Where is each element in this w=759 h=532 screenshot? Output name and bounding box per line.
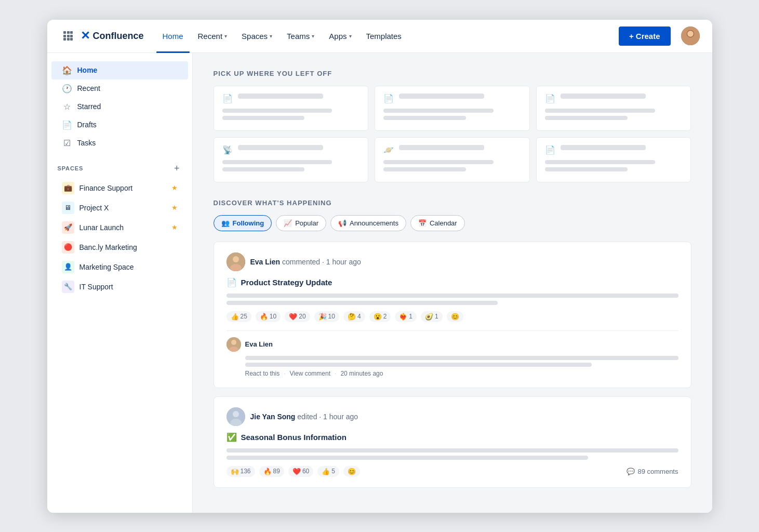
recent-card[interactable]: 📄 (536, 137, 691, 182)
space-item-marketing[interactable]: 👤 Marketing Space (51, 257, 188, 277)
sidebar-item-drafts[interactable]: 📄 Drafts (51, 116, 188, 134)
svg-rect-7 (67, 38, 70, 41)
space-icon-bancly: 🔴 (62, 241, 74, 254)
nav-recent[interactable]: Recent ▾ (192, 28, 234, 45)
page-check-icon: ✅ (227, 432, 237, 442)
space-item-lunar[interactable]: 🚀 Lunar Launch ★ (51, 218, 188, 237)
activity-header-1: Eva Lien commented · 1 hour ago (227, 252, 678, 271)
add-space-button[interactable]: + (172, 163, 182, 174)
reaction-thinking[interactable]: 🤔 4 (343, 311, 365, 322)
reaction-avocado[interactable]: 🥑 1 (421, 311, 443, 322)
svg-rect-6 (63, 38, 66, 41)
commenter-avatar-eva (227, 337, 241, 352)
reaction-fire-2[interactable]: 🔥 89 (259, 466, 284, 477)
discover-title: DISCOVER WHAT'S HAPPENING (214, 199, 691, 207)
tasks-icon: ☑ (62, 138, 72, 148)
grid-icon[interactable] (60, 28, 76, 44)
chevron-icon: ▾ (312, 33, 314, 39)
star-filled-icon: ★ (171, 204, 178, 211)
page-link-product-strategy[interactable]: 📄 Product Strategy Update (227, 277, 678, 287)
logo-text: Confluence (93, 31, 144, 42)
sidebar-item-tasks[interactable]: ☑ Tasks (51, 134, 188, 152)
activity-header-2: Jie Yan Song edited · 1 hour ago (227, 407, 678, 426)
add-reaction-button-2[interactable]: 😊 (343, 466, 360, 477)
space-icon-finance: 💼 (62, 182, 74, 194)
tab-popular[interactable]: 📈 Popular (276, 215, 326, 231)
pickup-title: PICK UP WHERE YOU LEFT OFF (214, 70, 691, 77)
star-filled-icon: ★ (171, 184, 178, 192)
comments-count[interactable]: 💬 89 comments (627, 468, 678, 475)
home-icon: 🏠 (62, 65, 72, 75)
page-doc-icon: 📄 (227, 277, 237, 287)
tab-calendar[interactable]: 📅 Calendar (410, 215, 465, 231)
recent-card[interactable]: 📡 (214, 137, 369, 182)
sidebar-item-home[interactable]: 🏠 Home (51, 61, 188, 79)
svg-point-20 (233, 411, 239, 417)
space-item-it[interactable]: 🔧 IT Support (51, 277, 188, 297)
reaction-heart-2[interactable]: ❤️ 60 (288, 466, 313, 477)
reaction-clap[interactable]: 🙌 136 (227, 466, 255, 477)
activity-footer-2: 🙌 136 🔥 89 ❤️ 60 (227, 466, 678, 477)
view-comment-link[interactable]: View comment (290, 370, 330, 377)
page-link-seasonal-bonus[interactable]: ✅ Seasonal Bonus Information (227, 432, 678, 442)
comment-header: Eva Lien (227, 337, 678, 352)
sidebar-item-starred[interactable]: ☆ Starred (51, 98, 188, 116)
logo-icon: ✕ (81, 29, 90, 43)
add-reaction-button[interactable]: 😊 (447, 311, 463, 322)
reaction-astonished[interactable]: 😮 2 (369, 311, 391, 322)
recent-card[interactable]: 📄 (536, 86, 691, 131)
sidebar-item-recent[interactable]: 🕐 Recent (51, 79, 188, 98)
activity-meta-2: Jie Yan Song edited · 1 hour ago (250, 413, 358, 421)
planet-icon: 🪐 (383, 145, 394, 155)
activity-card-2: Jie Yan Song edited · 1 hour ago ✅ Seaso… (214, 396, 691, 488)
space-icon-marketing: 👤 (62, 261, 74, 273)
clock-icon: 🕐 (62, 84, 72, 94)
tab-announcements[interactable]: 📢 Announcements (330, 215, 406, 231)
svg-rect-5 (70, 35, 73, 37)
reaction-fire[interactable]: 🔥 10 (256, 311, 281, 322)
user-avatar[interactable] (681, 26, 700, 45)
doc-icon: 📄 (545, 145, 555, 155)
calendar-icon: 📅 (418, 219, 427, 227)
avatar-image (681, 26, 700, 45)
comment-body (227, 356, 678, 367)
recent-cards-grid: 📄 📄 (214, 86, 691, 182)
recent-card[interactable]: 📄 (214, 86, 369, 131)
recent-card[interactable]: 🪐 (375, 137, 530, 182)
svg-point-17 (231, 340, 236, 345)
nav-spaces[interactable]: Spaces ▾ (235, 28, 278, 45)
reaction-heartfire[interactable]: ❤️‍🔥 1 (395, 311, 417, 322)
space-item-bancly[interactable]: 🔴 Banc.ly Marketing (51, 237, 188, 257)
activity-card-1: Eva Lien commented · 1 hour ago 📄 Produc… (214, 242, 691, 388)
top-nav: ✕ Confluence Home Recent ▾ Spaces ▾ Team… (47, 20, 712, 53)
chevron-icon: ▾ (349, 33, 352, 39)
spaces-section-header: Spaces + (47, 163, 192, 174)
activity-meta-1: Eva Lien commented · 1 hour ago (250, 258, 361, 266)
space-item-projectx[interactable]: 🖥 Project X ★ (51, 198, 188, 218)
comment-actions: React to this · View comment · 20 minute… (227, 370, 678, 377)
comment-section: Eva Lien React to this · View comment · … (227, 330, 678, 377)
doc-icon: 📄 (545, 94, 555, 103)
doc-icon: 📄 (383, 94, 394, 103)
logo[interactable]: ✕ Confluence (81, 29, 144, 43)
main-content: PICK UP WHERE YOU LEFT OFF 📄 (193, 53, 712, 513)
app-window: ✕ Confluence Home Recent ▾ Spaces ▾ Team… (47, 20, 712, 513)
nav-home[interactable]: Home (156, 28, 190, 45)
announcements-icon: 📢 (338, 219, 347, 227)
recent-card[interactable]: 📄 (375, 86, 530, 131)
discover-tabs: 👥 Following 📈 Popular 📢 Announcements 📅 … (214, 215, 691, 231)
react-to-this-link[interactable]: React to this (245, 370, 280, 377)
reaction-heart[interactable]: ❤️ 20 (285, 311, 310, 322)
reaction-thumbsup-2[interactable]: 👍 5 (317, 466, 339, 477)
reaction-tada[interactable]: 🎉 10 (314, 311, 339, 322)
nav-templates[interactable]: Templates (360, 28, 408, 45)
nav-apps[interactable]: Apps ▾ (323, 28, 357, 45)
space-item-finance[interactable]: 💼 Finance Support ★ (51, 178, 188, 198)
tab-following[interactable]: 👥 Following (214, 215, 272, 231)
create-button[interactable]: + Create (619, 26, 671, 46)
nav-teams[interactable]: Teams ▾ (281, 28, 321, 45)
content-preview-lines (227, 294, 678, 305)
user-avatar-eva (227, 252, 245, 271)
reaction-thumbsup[interactable]: 👍 25 (227, 311, 251, 322)
space-icon-it: 🔧 (62, 281, 74, 293)
